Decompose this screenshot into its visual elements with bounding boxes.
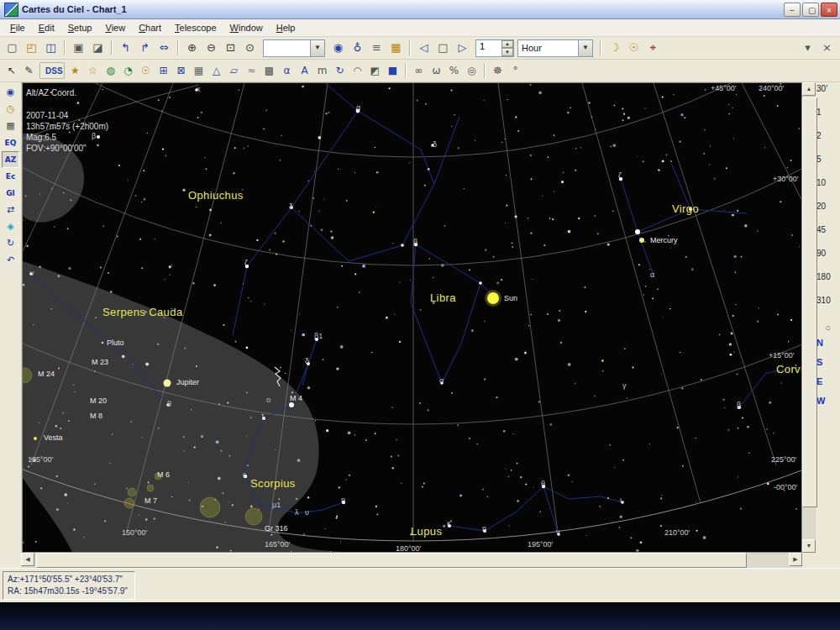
chevron-down-icon[interactable]: ▼ <box>310 40 324 56</box>
az-grid-button[interactable]: ⊠ <box>172 61 190 80</box>
spinner-up-button[interactable]: ▲ <box>501 40 513 49</box>
open-chart-button[interactable]: ◰ <box>22 39 41 57</box>
minimize-button[interactable]: − <box>784 3 801 17</box>
zoom-window-button[interactable]: ⊡ <box>221 39 240 57</box>
menu-item-setup[interactable]: Setup <box>61 21 99 34</box>
pan-chart-button[interactable]: ⇔ <box>155 39 174 57</box>
planets-toggle-button[interactable]: ☉ <box>137 61 155 80</box>
zoom-reset-button[interactable]: ⊙ <box>240 39 260 57</box>
dss-button[interactable]: DSS <box>39 62 65 79</box>
center-cursor-button[interactable]: ♁ <box>348 39 367 57</box>
rotate-chart-button[interactable]: ↻ <box>2 235 19 252</box>
time-step-spinner[interactable]: 1 ▲ ▼ <box>475 39 514 57</box>
fov-preset-310[interactable]: 310 <box>816 295 840 318</box>
nebula-toggle-button[interactable]: ◔ <box>119 61 137 80</box>
field-rotation-button[interactable]: ↻ <box>331 61 349 80</box>
look-direction-w[interactable]: W <box>816 395 840 414</box>
chart-info-button[interactable]: ◉ <box>2 84 19 101</box>
scroll-down-button[interactable]: ▼ <box>802 539 816 553</box>
horizontal-scroll-thumb[interactable] <box>36 553 747 568</box>
step-forward-button[interactable]: ▷ <box>453 39 472 57</box>
color-scheme-button[interactable]: ■ <box>384 61 402 80</box>
background-image-button[interactable]: ▩ <box>260 61 278 80</box>
magnitude-labels-button[interactable]: m <box>313 61 331 80</box>
undo-view-button[interactable]: ↶ <box>2 252 19 269</box>
look-direction-e[interactable]: E <box>816 375 840 395</box>
pluto-marker[interactable] <box>102 342 104 344</box>
name-labels-button[interactable]: A <box>296 61 313 80</box>
look-direction-n[interactable]: N <box>816 337 840 356</box>
vesta-marker[interactable] <box>34 437 37 440</box>
object-list-button[interactable]: ≡ <box>367 39 386 57</box>
stars-fainter-button[interactable]: ☆ <box>84 61 102 80</box>
vertical-scrollbar[interactable]: ▲ ▼ <box>802 82 816 553</box>
fov-preset-45[interactable]: 45 <box>816 224 840 248</box>
milkyway-toggle-button[interactable]: ≈ <box>243 61 260 80</box>
maximize-button[interactable]: ▢ <box>802 3 819 17</box>
fov-preset-30-[interactable]: 30' <box>816 83 840 107</box>
night-vision-button[interactable]: ☽ <box>605 39 624 57</box>
cascade-windows-button[interactable]: ▣ <box>69 39 88 57</box>
tile-windows-button[interactable]: ◪ <box>88 39 108 57</box>
degree-display-button[interactable]: ° <box>507 61 524 80</box>
flip-vertical-button[interactable]: ◈ <box>2 218 19 235</box>
save-chart-button[interactable]: ◫ <box>41 39 60 57</box>
fov-preset-5[interactable]: 5 <box>816 154 840 177</box>
toolbar-close-button[interactable]: × <box>817 39 837 57</box>
menu-item-help[interactable]: Help <box>270 21 302 34</box>
fov-preset-10[interactable]: 10 <box>816 177 840 201</box>
menu-item-view[interactable]: View <box>98 21 132 34</box>
pencil-button[interactable]: ✎ <box>20 61 38 80</box>
vertical-scroll-thumb[interactable] <box>802 97 817 507</box>
time-interval-combo[interactable]: Hour ▼ <box>517 39 593 57</box>
step-back-button[interactable]: ◁ <box>414 39 433 57</box>
chevron-down-icon[interactable]: ▼ <box>578 40 592 56</box>
eq-coord-button[interactable]: EQ <box>2 134 19 151</box>
constellation-lines-button[interactable]: △ <box>207 61 225 80</box>
object-labels-button[interactable]: α <box>278 61 296 80</box>
clock-button[interactable]: ◷ <box>2 101 19 118</box>
horizontal-scrollbar[interactable]: ◀ ▶ <box>21 553 802 568</box>
deepsky-toggle-button[interactable]: ◍ <box>102 61 119 80</box>
custom-fov-button[interactable]: ○ <box>816 318 840 337</box>
close-button[interactable]: × <box>821 3 837 17</box>
fov-preset-180[interactable]: 180 <box>816 271 840 295</box>
projection-mode-button[interactable]: ◠ <box>349 61 366 80</box>
titlebar[interactable]: Cartes du Ciel - Chart_1 − ▢ × <box>0 0 840 19</box>
scroll-right-button[interactable]: ▶ <box>789 553 802 566</box>
percent-labels-button[interactable]: % <box>445 61 463 80</box>
invert-colors-button[interactable]: ◩ <box>366 61 384 80</box>
new-chart-button[interactable]: ▢ <box>3 39 22 57</box>
az-coord-button[interactable]: AZ <box>2 151 19 168</box>
stars-brighter-button[interactable]: ★ <box>66 61 84 80</box>
menu-item-window[interactable]: Window <box>223 21 270 34</box>
search-object-button[interactable]: ◉ <box>328 39 348 57</box>
date-button[interactable]: ▦ <box>2 118 19 134</box>
settings-button[interactable]: ☸ <box>489 61 507 80</box>
link-charts-button[interactable]: ∞ <box>410 61 428 80</box>
menu-item-edit[interactable]: Edit <box>32 21 61 34</box>
zoom-in-button[interactable]: ⊕ <box>182 39 202 57</box>
galactic-coord-button[interactable]: Gl <box>2 185 19 202</box>
toolbar-collapse-button[interactable]: ▾ <box>798 39 817 57</box>
look-direction-s[interactable]: S <box>816 356 840 375</box>
greek-labels-button[interactable]: ω <box>428 61 445 80</box>
mercury-marker[interactable] <box>639 238 644 243</box>
spinner-down-button[interactable]: ▼ <box>501 48 513 56</box>
calendar-button[interactable]: ▦ <box>386 39 406 57</box>
ecliptic-coord-button[interactable]: Ec <box>2 168 19 185</box>
shift-left-button[interactable]: ↰ <box>116 39 135 57</box>
grid-density-button[interactable]: ▦ <box>190 61 207 80</box>
select-cursor-button[interactable]: ↖ <box>3 61 20 80</box>
menu-item-chart[interactable]: Chart <box>132 21 168 34</box>
scroll-up-button[interactable]: ▲ <box>802 82 816 96</box>
fov-preset-2[interactable]: 2 <box>816 130 840 154</box>
menu-item-file[interactable]: File <box>3 21 32 34</box>
vertical-scroll-track[interactable] <box>802 96 816 539</box>
eq-grid-button[interactable]: ⊞ <box>155 61 172 80</box>
fov-preset-1[interactable]: 1 <box>816 107 840 130</box>
sun-marker[interactable] <box>487 292 499 304</box>
menu-item-telescope[interactable]: Telescope <box>168 21 223 34</box>
jupiter-marker[interactable] <box>163 380 171 387</box>
horizontal-scroll-track[interactable] <box>34 553 789 568</box>
